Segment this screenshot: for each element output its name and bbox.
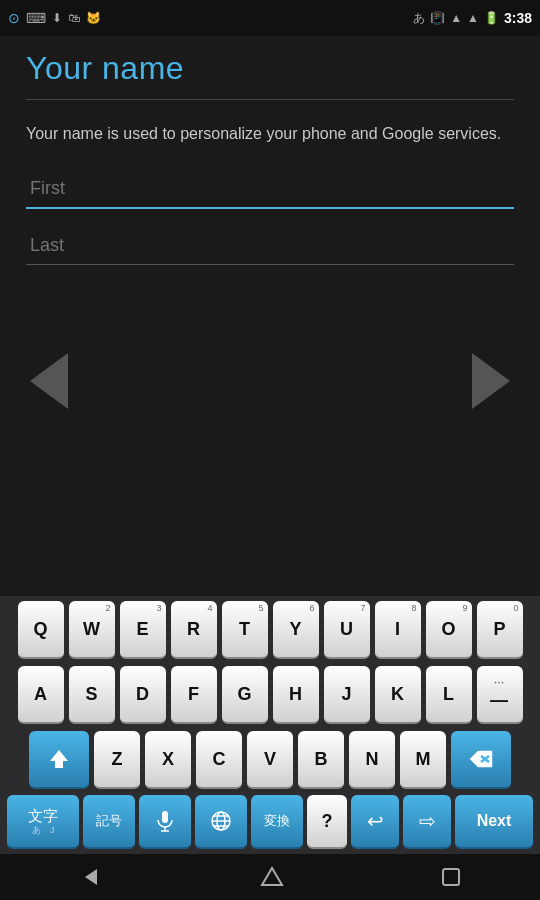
key-t[interactable]: T5 xyxy=(222,601,268,659)
key-q[interactable]: Q xyxy=(18,601,64,659)
keyboard-row-3: Z X C V B N M xyxy=(0,726,540,791)
wifi-icon: ▲ xyxy=(450,11,462,25)
kana-key[interactable]: 文字 あ J xyxy=(7,795,79,849)
status-icons-left: ⊙ ⌨ ⬇ 🛍 🐱 xyxy=(8,10,101,26)
next-key[interactable]: Next xyxy=(455,795,533,849)
first-name-input[interactable] xyxy=(26,170,514,209)
keyboard-icon: ⌨ xyxy=(26,10,46,26)
signal-icon: ▲ xyxy=(467,11,479,25)
shift-icon xyxy=(48,748,70,770)
backspace-icon xyxy=(468,749,494,769)
globe-icon xyxy=(209,809,233,833)
forward-arrow-button[interactable] xyxy=(472,353,510,409)
key-b[interactable]: B xyxy=(298,731,344,789)
recents-icon xyxy=(441,867,461,887)
key-s[interactable]: S xyxy=(69,666,115,724)
store-icon: 🛍 xyxy=(68,11,80,25)
home-button[interactable] xyxy=(260,865,284,889)
content-area: Your name is used to personalize your ph… xyxy=(0,100,540,293)
home-icon xyxy=(260,865,284,889)
download-icon: ⬇ xyxy=(52,11,62,25)
back-icon xyxy=(79,865,103,889)
key-n[interactable]: N xyxy=(349,731,395,789)
circle-icon: ⊙ xyxy=(8,10,20,26)
key-x[interactable]: X xyxy=(145,731,191,789)
svg-rect-3 xyxy=(162,811,168,823)
key-m[interactable]: M xyxy=(400,731,446,789)
time-display: 3:38 xyxy=(504,10,532,26)
key-i[interactable]: I8 xyxy=(375,601,421,659)
key-l[interactable]: L xyxy=(426,666,472,724)
key-a[interactable]: A xyxy=(18,666,64,724)
key-f[interactable]: F xyxy=(171,666,217,724)
keyboard-row-2: A S D F G H J K L ··· — xyxy=(0,661,540,726)
backspace-key[interactable] xyxy=(451,731,511,789)
description-text: Your name is used to personalize your ph… xyxy=(26,122,514,146)
key-g[interactable]: G xyxy=(222,666,268,724)
key-c[interactable]: C xyxy=(196,731,242,789)
key-d[interactable]: D xyxy=(120,666,166,724)
nav-arrows xyxy=(0,313,540,449)
key-u[interactable]: U7 xyxy=(324,601,370,659)
battery-icon: 🔋 xyxy=(484,11,499,25)
vibrate-icon: 📳 xyxy=(430,11,445,25)
redo-key[interactable]: ⇨ xyxy=(403,795,451,849)
key-o[interactable]: O9 xyxy=(426,601,472,659)
svg-rect-13 xyxy=(443,869,459,885)
question-key[interactable]: ? xyxy=(307,795,347,849)
key-z[interactable]: Z xyxy=(94,731,140,789)
shift-key[interactable] xyxy=(29,731,89,789)
keyboard-row-1: Q W2 E3 R4 T5 Y6 U7 I8 O9 P0 xyxy=(0,596,540,661)
key-r[interactable]: R4 xyxy=(171,601,217,659)
kigou-key[interactable]: 記号 xyxy=(83,795,135,849)
svg-marker-0 xyxy=(50,750,68,768)
keyboard-row-4: 文字 あ J 記号 変換 ? ↩ ⇨ Next xyxy=(0,791,540,854)
japanese-icon: あ xyxy=(413,10,425,27)
key-j[interactable]: J xyxy=(324,666,370,724)
back-arrow-button[interactable] xyxy=(30,353,68,409)
mic-icon xyxy=(153,809,177,833)
key-y[interactable]: Y6 xyxy=(273,601,319,659)
cat-icon: 🐱 xyxy=(86,11,101,25)
svg-marker-12 xyxy=(262,868,282,885)
bottom-nav-bar xyxy=(0,854,540,900)
key-e[interactable]: E3 xyxy=(120,601,166,659)
status-bar: ⊙ ⌨ ⬇ 🛍 🐱 あ 📳 ▲ ▲ 🔋 3:38 xyxy=(0,0,540,36)
last-name-input[interactable] xyxy=(26,227,514,265)
back-button[interactable] xyxy=(79,865,103,889)
key-dash[interactable]: ··· — xyxy=(477,666,523,724)
undo-key[interactable]: ↩ xyxy=(351,795,399,849)
key-v[interactable]: V xyxy=(247,731,293,789)
page-title: Your name xyxy=(26,50,514,87)
key-k[interactable]: K xyxy=(375,666,421,724)
mic-key[interactable] xyxy=(139,795,191,849)
status-icons-right: あ 📳 ▲ ▲ 🔋 3:38 xyxy=(413,10,532,27)
recents-button[interactable] xyxy=(441,867,461,887)
header: Your name xyxy=(0,36,540,100)
key-h[interactable]: H xyxy=(273,666,319,724)
key-w[interactable]: W2 xyxy=(69,601,115,659)
key-p[interactable]: P0 xyxy=(477,601,523,659)
henkan-key[interactable]: 変換 xyxy=(251,795,303,849)
globe-key[interactable] xyxy=(195,795,247,849)
keyboard: Q W2 E3 R4 T5 Y6 U7 I8 O9 P0 A S D F G H… xyxy=(0,596,540,854)
svg-marker-11 xyxy=(85,869,97,885)
